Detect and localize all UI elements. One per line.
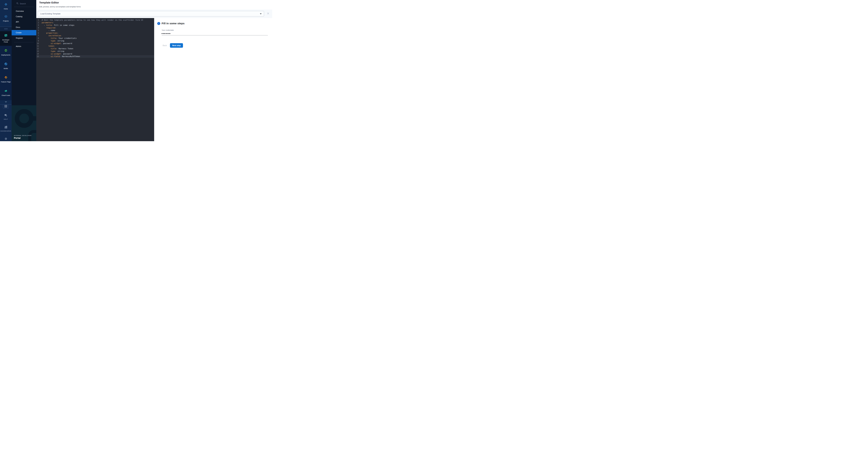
sidebar-item-create[interactable]: Create bbox=[12, 30, 36, 35]
password-dot bbox=[168, 33, 169, 34]
help-chat-icon: ? bbox=[4, 114, 7, 118]
rail-item-label: Developer Portal bbox=[0, 39, 12, 43]
close-button[interactable] bbox=[267, 12, 270, 15]
sidebar-item-register[interactable]: Register bbox=[12, 35, 36, 41]
line-number: 7 bbox=[36, 34, 39, 37]
code-line-13[interactable]: 13 type: string bbox=[36, 50, 154, 53]
code-line-7[interactable]: 7 secretValue: bbox=[36, 34, 154, 37]
rail-item-cloud-costs[interactable]: $Cloud Costs bbox=[0, 86, 12, 100]
code-line-9[interactable]: 9 type: string bbox=[36, 39, 154, 42]
next-step-button[interactable]: Next step bbox=[170, 43, 183, 48]
rail-item-builds[interactable]: Builds bbox=[0, 59, 12, 73]
yaml-code-editor[interactable]: 1# Edit the template parameters below to… bbox=[36, 18, 154, 141]
decor-bar-shape bbox=[31, 116, 36, 121]
sidebar-item-api[interactable]: API bbox=[12, 19, 36, 25]
sidebar-item-docs[interactable]: Docs bbox=[12, 25, 36, 30]
sidebar-item-overview[interactable]: Overview bbox=[12, 8, 36, 14]
code-text: token: bbox=[42, 45, 55, 47]
code-text: - name bbox=[42, 29, 55, 32]
line-number: 9 bbox=[36, 39, 39, 42]
sidebar-item-catalog[interactable]: Catalog bbox=[12, 14, 36, 19]
close-icon bbox=[267, 12, 270, 15]
line-number: 15 bbox=[36, 55, 39, 58]
decor-donut-shape bbox=[15, 109, 33, 128]
code-line-12[interactable]: 12 title: Harness Token bbox=[36, 47, 154, 50]
module-picker-button[interactable] bbox=[3, 105, 9, 108]
chevron-down-icon bbox=[5, 100, 7, 103]
rail-item-account-settings[interactable]: ACCOUNT SETTINGS bbox=[0, 137, 12, 141]
rail-item-developer-portal[interactable]: Developer Portal bbox=[0, 31, 12, 46]
code-line-14[interactable]: 14 ui:widget: password bbox=[36, 53, 154, 55]
gear-icon bbox=[4, 137, 7, 141]
code-line-8[interactable]: 8 title: Your credentials bbox=[36, 37, 154, 39]
line-number: 2 bbox=[36, 21, 39, 24]
rail-item-label: Builds bbox=[3, 68, 8, 70]
credentials-field-label: Your credentials bbox=[162, 29, 174, 31]
code-line-3[interactable]: 3 - title: Fill in some steps bbox=[36, 24, 154, 27]
rail-item-home[interactable]: Home bbox=[0, 3, 12, 10]
code-text: secretValue: bbox=[42, 34, 62, 37]
page-subtitle: Edit, preview, and try out templates and… bbox=[39, 6, 81, 8]
collapse-handle[interactable] bbox=[4, 29, 8, 29]
svg-text:?: ? bbox=[5, 114, 6, 116]
idp-sidebar: Search OverviewCatalogAPIDocsCreateRegis… bbox=[12, 0, 36, 141]
password-dot bbox=[163, 33, 164, 34]
code-text: # Edit the template parameters below to … bbox=[42, 19, 143, 21]
rail-item-feature-flags[interactable]: Feature Flags bbox=[0, 73, 12, 86]
line-number: 5 bbox=[36, 29, 39, 32]
wizard-buttons: Back Next step bbox=[162, 43, 183, 48]
code-line-6[interactable]: 6 properties: bbox=[36, 32, 154, 34]
rail-item-dashboards[interactable]: DASHBOARDS bbox=[0, 126, 12, 132]
code-line-2[interactable]: 2parameters: bbox=[36, 21, 154, 24]
rail-utility-section: ?HELPDASHBOARDSACCOUNT SETTINGS HM bbox=[0, 104, 12, 141]
rail-primary-section: HomeProjects bbox=[0, 0, 12, 22]
select-value: Load Existing Template bbox=[40, 13, 61, 15]
sidebar-search[interactable]: Search bbox=[12, 0, 36, 7]
rail-item-label: Feature Flags bbox=[1, 81, 11, 83]
password-input[interactable] bbox=[162, 33, 170, 34]
line-number: 13 bbox=[36, 50, 39, 53]
code-text: parameters: bbox=[42, 21, 54, 24]
sidebar-divider bbox=[14, 7, 34, 7]
page-header: Template Editor Edit, preview, and try o… bbox=[36, 0, 272, 9]
code-line-1[interactable]: 1# Edit the template parameters below to… bbox=[36, 19, 154, 21]
code-text: type: string bbox=[42, 39, 64, 42]
code-line-15[interactable]: 15 ui:field: HarnessAuthToken bbox=[36, 55, 154, 58]
rail-item-help[interactable]: ?HELP bbox=[0, 114, 12, 120]
deployments-icon bbox=[4, 49, 7, 53]
back-button[interactable]: Back bbox=[162, 44, 168, 46]
module-rail: HomeProjects Developer PortalDeployments… bbox=[0, 0, 12, 141]
line-number: 10 bbox=[36, 42, 39, 45]
code-text: type: string bbox=[42, 50, 64, 53]
line-number: 12 bbox=[36, 47, 39, 50]
form-preview-panel: 1 Fill in some steps Your credentials Ba… bbox=[154, 18, 272, 141]
content: 1# Edit the template parameters below to… bbox=[36, 18, 272, 141]
code-line-10[interactable]: 10 ui:widget: password bbox=[36, 42, 154, 45]
code-text: properties: bbox=[42, 32, 59, 34]
dashboards-icon bbox=[4, 126, 7, 129]
code-line-5[interactable]: 5 - name bbox=[36, 29, 154, 32]
grid-9-icon bbox=[4, 105, 7, 108]
rail-item-projects[interactable]: Projects bbox=[0, 15, 12, 22]
page-title: Template Editor bbox=[39, 1, 59, 4]
more-modules-button[interactable] bbox=[0, 100, 12, 104]
line-number: 8 bbox=[36, 37, 39, 39]
rail-item-deployments[interactable]: Deployments bbox=[0, 46, 12, 59]
sidebar-item-admin[interactable]: Admin bbox=[12, 44, 36, 49]
step-badge: 1 bbox=[157, 22, 160, 25]
feature-flags-icon bbox=[4, 76, 7, 79]
builds-icon bbox=[4, 62, 7, 66]
rail-collapse-strip bbox=[0, 27, 12, 31]
rail-utility-items: ?HELPDASHBOARDSACCOUNT SETTINGS bbox=[0, 108, 12, 141]
load-existing-template-select[interactable]: Load Existing Template bbox=[38, 11, 264, 17]
line-number: 11 bbox=[36, 45, 39, 47]
code-line-11[interactable]: 11 token: bbox=[36, 45, 154, 47]
code-line-4[interactable]: 4 required: bbox=[36, 27, 154, 29]
main-area: Template Editor Edit, preview, and try o… bbox=[36, 0, 272, 141]
projects-cube-icon bbox=[4, 15, 7, 19]
rail-item-label: Cloud Costs bbox=[1, 95, 10, 97]
rail-item-label: Home bbox=[3, 8, 8, 10]
password-dot bbox=[169, 33, 170, 34]
rail-item-label: DASHBOARDS bbox=[0, 130, 11, 132]
rail-item-label: Projects bbox=[3, 20, 9, 22]
